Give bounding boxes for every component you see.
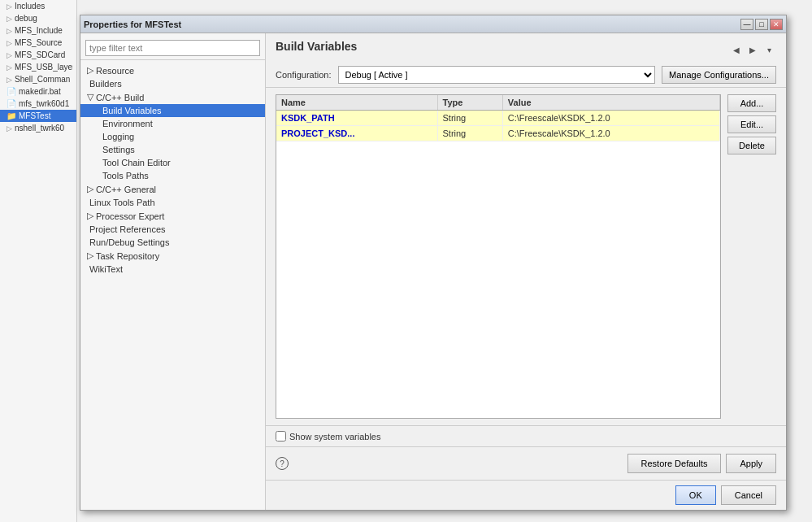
edit-button[interactable]: Edit...: [727, 115, 776, 133]
tree-item-processor-expert[interactable]: ▷ Processor Expert: [80, 209, 265, 223]
tree-label-task-repo: Task Repository: [96, 251, 159, 261]
tree-label-wikitext: WikiText: [89, 264, 123, 274]
ok-cancel-row: OK Cancel: [266, 480, 786, 510]
variables-table: Name Type Value KSDK_PATH String C:\Free…: [276, 95, 720, 141]
tree-label-build-variables: Build Variables: [102, 106, 162, 115]
help-button[interactable]: ?: [276, 457, 289, 470]
dialog-title: Properties for MFSTest: [84, 20, 181, 29]
dialog-body: ▷ Resource Builders ▽ C/C++ Build Build …: [80, 33, 786, 510]
tree-label-resource: Resource: [96, 66, 134, 76]
table-row[interactable]: PROJECT_KSD... String C:\Freescale\KSDK_…: [276, 126, 720, 141]
content-title: Build Variables: [276, 40, 357, 53]
ide-item-mfs-sdcard[interactable]: ▷ MFS_SDCard: [0, 49, 76, 61]
back-button[interactable]: ◀: [729, 42, 744, 57]
minimize-button[interactable]: —: [740, 19, 753, 30]
manage-configurations-button[interactable]: Manage Configurations...: [662, 66, 776, 84]
tree-label-run-debug: Run/Debug Settings: [89, 237, 169, 247]
tree-item-builders[interactable]: Builders: [80, 77, 265, 90]
filter-box: [80, 37, 265, 60]
config-row: Configuration: Debug [ Active ] Manage C…: [276, 66, 776, 84]
tree-item-tools-paths[interactable]: Tools Paths: [80, 169, 265, 182]
apply-button[interactable]: Apply: [726, 454, 776, 473]
tree-item-task-repo[interactable]: ▷ Task Repository: [80, 249, 265, 263]
tree-item-logging[interactable]: Logging: [80, 130, 265, 143]
ide-item-makedir[interactable]: 📄 makedir.bat: [0, 85, 76, 98]
ide-item-debug[interactable]: ▷ debug: [0, 12, 76, 24]
expand-icon: ▷: [87, 250, 93, 261]
tree-label-cpp-general: C/C++ General: [96, 185, 156, 194]
ide-item-includes[interactable]: ▷ Includes: [0, 0, 76, 12]
restore-defaults-button[interactable]: Restore Defaults: [627, 454, 722, 473]
cell-name-2: PROJECT_KSD...: [276, 126, 437, 141]
col-header-value: Value: [502, 95, 719, 111]
variables-table-container: Name Type Value KSDK_PATH String C:\Free…: [276, 94, 721, 419]
cell-type-1: String: [437, 111, 502, 126]
cell-value-1: C:\Freescale\KSDK_1.2.0: [502, 111, 719, 126]
ok-button[interactable]: OK: [675, 485, 716, 505]
filter-input[interactable]: [85, 40, 260, 56]
properties-dialog: Properties for MFSTest — □ ✕ ▷ Resource …: [80, 15, 787, 511]
ide-item-mfstest[interactable]: 📁 MFSTest: [0, 110, 76, 122]
cell-type-2: String: [437, 126, 502, 141]
close-button[interactable]: ✕: [770, 19, 783, 30]
menu-button[interactable]: ▾: [762, 42, 776, 57]
cell-name-1: KSDK_PATH: [276, 111, 437, 126]
tree-label-logging: Logging: [102, 132, 134, 141]
tree-item-settings[interactable]: Settings: [80, 143, 265, 156]
tree-item-project-references[interactable]: Project References: [80, 223, 265, 236]
tree-label-cpp-build: C/C++ Build: [96, 93, 144, 102]
tree-panel: ▷ Resource Builders ▽ C/C++ Build Build …: [80, 33, 266, 510]
content-header: Build Variables ◀ ▶ ▾ Configuration: Deb…: [266, 33, 786, 88]
dialog-controls: — □ ✕: [740, 19, 783, 30]
content-main: Name Type Value KSDK_PATH String C:\Free…: [266, 88, 786, 425]
tree-item-cpp-build[interactable]: ▽ C/C++ Build: [80, 90, 265, 104]
tree-item-cpp-general[interactable]: ▷ C/C++ General: [80, 182, 265, 196]
show-system-label[interactable]: Show system variables: [276, 431, 381, 442]
ide-item-shell[interactable]: ▷ Shell_Comman: [0, 73, 76, 85]
tree-label-linux-tools: Linux Tools Path: [89, 198, 155, 207]
cancel-button[interactable]: Cancel: [721, 485, 776, 505]
tree-label-environment: Environment: [102, 119, 153, 128]
tree-label-project-references: Project References: [89, 224, 166, 234]
ide-item-mfs-source[interactable]: ▷ MFS_Source: [0, 37, 76, 49]
tree-item-run-debug[interactable]: Run/Debug Settings: [80, 236, 265, 249]
ide-item-mfs-usb[interactable]: ▷ MFS_USB_layer: [0, 61, 76, 73]
expand-down-icon: ▽: [87, 92, 93, 102]
delete-button[interactable]: Delete: [727, 137, 776, 154]
table-row[interactable]: KSDK_PATH String C:\Freescale\KSDK_1.2.0: [276, 111, 720, 126]
maximize-button[interactable]: □: [755, 19, 768, 30]
tree-item-wikitext[interactable]: WikiText: [80, 263, 265, 276]
toolbar-icons: ◀ ▶ ▾: [729, 42, 776, 57]
tree-label-builders: Builders: [89, 79, 122, 89]
ide-item-nshell[interactable]: ▷ nshell_twrk60: [0, 122, 76, 134]
tree-item-build-variables[interactable]: Build Variables: [80, 104, 265, 117]
config-select[interactable]: Debug [ Active ]: [338, 66, 656, 84]
ide-left-panel: ▷ Includes ▷ debug ▷ MFS_Include ▷ MFS_S…: [0, 0, 77, 522]
config-label: Configuration:: [276, 70, 332, 80]
dialog-titlebar: Properties for MFSTest — □ ✕: [80, 15, 786, 33]
expand-icon: ▷: [87, 184, 93, 194]
dialog-footer: ? Restore Defaults Apply: [266, 446, 786, 480]
ide-item-mfs-include[interactable]: ▷ MFS_Include: [0, 24, 76, 37]
content-panel: Build Variables ◀ ▶ ▾ Configuration: Deb…: [266, 33, 786, 510]
show-system-checkbox[interactable]: [276, 431, 286, 442]
ide-item-mfs-twrk[interactable]: 📄 mfs_twrk60d1: [0, 98, 76, 110]
tree-label-processor-expert: Processor Expert: [96, 211, 164, 221]
forward-button[interactable]: ▶: [745, 42, 760, 57]
tree-label-toolchain-editor: Tool Chain Editor: [102, 158, 171, 167]
expand-icon: ▷: [87, 65, 93, 76]
tree-item-toolchain-editor[interactable]: Tool Chain Editor: [80, 156, 265, 169]
tree-label-settings: Settings: [102, 145, 135, 154]
tree-item-resource[interactable]: ▷ Resource: [80, 63, 265, 77]
expand-icon: ▷: [87, 211, 93, 221]
add-button[interactable]: Add...: [727, 94, 776, 112]
content-footer: Show system variables: [266, 425, 786, 446]
col-header-name: Name: [276, 95, 437, 111]
col-header-type: Type: [437, 95, 502, 111]
cell-value-2: C:\Freescale\KSDK_1.2.0: [502, 126, 719, 141]
tree-item-linux-tools[interactable]: Linux Tools Path: [80, 196, 265, 209]
side-buttons: Add... Edit... Delete: [727, 94, 776, 419]
tree-item-environment[interactable]: Environment: [80, 117, 265, 130]
tree-label-tools-paths: Tools Paths: [102, 171, 149, 181]
